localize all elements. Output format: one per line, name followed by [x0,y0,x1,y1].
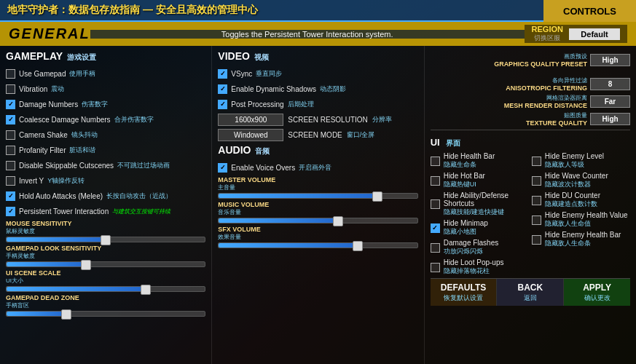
checkbox-hide-health[interactable] [431,157,440,166]
resolution-row: 1600x900 SCREEN RESOLUTION 分辨率 [218,114,417,126]
texture-quality-value: High [590,113,630,125]
mesh-render-cn: 网格渲染器距离 [431,94,587,102]
checkbox-hide-loot[interactable] [431,263,440,272]
checkbox-profanity[interactable] [6,146,15,155]
region-sublabel: 切换区服 [532,33,563,43]
gamepad-deadzone-track[interactable] [6,311,205,317]
mesh-render-en: MESH RENDER DISTANCE [431,102,587,109]
checkbox-hide-enemy-health-bar[interactable] [532,235,541,245]
back-button[interactable]: BACK 返回 [497,279,564,306]
tooltip-area: Toggles the Persistent Tower Interaction… [90,30,525,39]
checkbox-vibration[interactable] [6,84,15,94]
checkbox-hide-du-counter[interactable] [532,196,541,205]
texture-quality-en: TEXTURE QUALITY [431,119,587,127]
setting-vsync: VSync 垂直同步 [218,67,417,80]
video-title-en: VIDEO [218,50,250,62]
tooltip-text: Toggles the Persistent Tower Interaction… [98,30,517,39]
setting-use-gamepad: Use Gamepad 使用手柄 [6,67,205,80]
texture-quality-cn: 贴图质量 [431,111,587,119]
anisotropic-cn: 各向异性过滤 [431,76,587,84]
setting-profanity: Profanity Filter 脏话和谐 [6,143,205,157]
checkbox-hide-enemy-health-value[interactable] [532,215,541,225]
audio-title-cn: 音频 [255,146,270,157]
setting-voice-overs: Enable Voice Overs 开启画外音 [218,161,417,174]
anisotropic-en: ANISOTROPIC FILTERING [431,84,587,92]
checkbox-hide-hotbar[interactable] [431,176,440,186]
checkbox-invert-y[interactable] [6,176,15,186]
ui-col-right: Hide Enemy Level隐藏敌人等级 Hide Wave Counter… [532,152,630,278]
screen-mode-row: Windowed SCREEN MODE 窗口/全屏 [218,129,417,141]
ui-scale-slider: UI SCENE SCALE UI大小 [6,269,205,292]
defaults-button[interactable]: DEFAULTS 恢复默认设置 [431,279,498,306]
checkbox-skip-cutscenes[interactable] [6,161,15,170]
settings-columns: GAMEPLAY 游戏设置 Use Gamepad 使用手柄 Vibration… [0,46,636,364]
apply-button[interactable]: APPLY 确认更改 [564,279,630,306]
checkbox-use-gamepad[interactable] [6,69,15,79]
texture-quality-row: 贴图质量 TEXTURE QUALITY High [431,111,630,127]
ui-hide-enemy-health-bar: Hide Enemy Health Bar隐藏敌人生命条 [532,231,630,248]
checkbox-damage-flashes[interactable] [431,243,440,253]
checkbox-post-processing[interactable] [218,100,227,109]
region-button[interactable]: Default [569,28,620,40]
gamepad-deadzone-slider: GAMEPAD DEAD ZONE 手柄盲区 [6,294,205,317]
checkbox-hold-auto[interactable] [6,191,15,201]
checkbox-hide-minimap[interactable] [431,223,440,233]
page-title: 地牢守护者：数据包存放指南 — 安全且高效的管理中心 [7,4,258,17]
section-header: GENERAL Toggles the Persistent Tower Int… [0,22,636,46]
defaults-cn: 恢复默认设置 [444,293,483,303]
checkbox-damage-numbers[interactable] [6,100,15,109]
mouse-sensitivity-track[interactable] [6,237,205,242]
setting-damage-numbers: Damage Numbers 伤害数字 [6,98,205,111]
ui-hide-health: Hide Health Bar隐藏生命条 [431,152,529,170]
checkbox-hide-ability[interactable] [431,199,440,209]
setting-post-processing: Post Processing 后期处理 [218,98,417,111]
graphics-preset-cn: 画质预设 [431,52,587,60]
ui-title-en: UI [431,137,440,148]
main-content: GENERAL Toggles the Persistent Tower Int… [0,22,636,364]
setting-dynamic-shadows: Enable Dynamic Shadows 动态阴影 [218,82,417,95]
checkbox-coalesce[interactable] [6,115,15,124]
region-label-group: REGION 切换区服 [532,25,563,43]
screen-mode-dropdown[interactable]: Windowed [218,129,283,141]
checkbox-voice-overs[interactable] [218,163,227,173]
master-volume-slider: MASTER VOLUME 主音量 [218,176,417,199]
setting-invert-y: Invert Y Y轴操作反转 [6,174,205,187]
checkbox-dynamic-shadows[interactable] [218,84,227,94]
mesh-render-value: Far [590,95,630,108]
back-label: BACK [517,282,543,293]
checkbox-camera-shake[interactable] [6,130,15,140]
resolution-dropdown[interactable]: 1600x900 [218,114,283,126]
apply-cn: 确认更改 [584,293,611,303]
title-banner: 地牢守护者：数据包存放指南 — 安全且高效的管理中心 [0,0,543,22]
defaults-label: DEFAULTS [441,282,486,293]
audio-title-en: AUDIO [218,144,251,156]
mesh-render-row: 网格渲染器距离 MESH RENDER DISTANCE Far [431,94,630,109]
checkbox-hide-enemy-level[interactable] [532,157,541,166]
setting-vibration: Vibration 震动 [6,82,205,95]
ui-col-left: Hide Health Bar隐藏生命条 Hide Hot Bar隐藏热键UI … [431,152,529,278]
gamepad-look-slider: GAMEPAD LOOK SENSITIVITY 手柄灵敏度 [6,245,205,267]
checkbox-vsync[interactable] [218,69,227,79]
ui-hide-du-counter: Hide DU Counter隐藏建造点数计数 [532,191,630,209]
general-label: GENERAL [9,25,90,42]
graphics-preset-row: 画质预设 GRAPHICS QUALITY PRESET High [431,52,630,68]
ui-hide-hotbar: Hide Hot Bar隐藏热键UI [431,172,529,189]
music-volume-track[interactable] [218,218,417,223]
ui-title-cn: 界面 [446,139,460,147]
ui-hide-ability: Hide Ability/Defense Shortcuts隐藏技能/建造快捷键 [431,191,529,217]
back-cn: 返回 [524,293,537,303]
checkbox-hide-wave-counter[interactable] [532,176,541,186]
graphics-preset-en: GRAPHICS QUALITY PRESET [431,60,587,68]
master-volume-track[interactable] [218,193,417,199]
mouse-sensitivity-slider: MOUSE SENSITIVITY 鼠标灵敏度 [6,220,205,242]
checkbox-persistent-tower[interactable] [6,207,15,216]
ui-scale-track[interactable] [6,286,205,292]
setting-coalesce: Coalesce Damage Numbers 合并伤害数字 [6,113,205,126]
bottom-bar: DEFAULTS 恢复默认设置 BACK 返回 APPLY 确认更改 [431,278,630,306]
sfx-volume-track[interactable] [218,242,417,248]
setting-persistent-tower: Persistent Tower Interaction 与建筑交互按键可持续 [6,205,205,218]
controls-button[interactable]: CONTROLS [543,0,636,22]
gamepad-look-track[interactable] [6,261,205,267]
gameplay-title-en: GAMEPLAY [6,50,63,62]
anisotropic-row: 各向异性过滤 ANISOTROPIC FILTERING 8 [431,76,630,92]
